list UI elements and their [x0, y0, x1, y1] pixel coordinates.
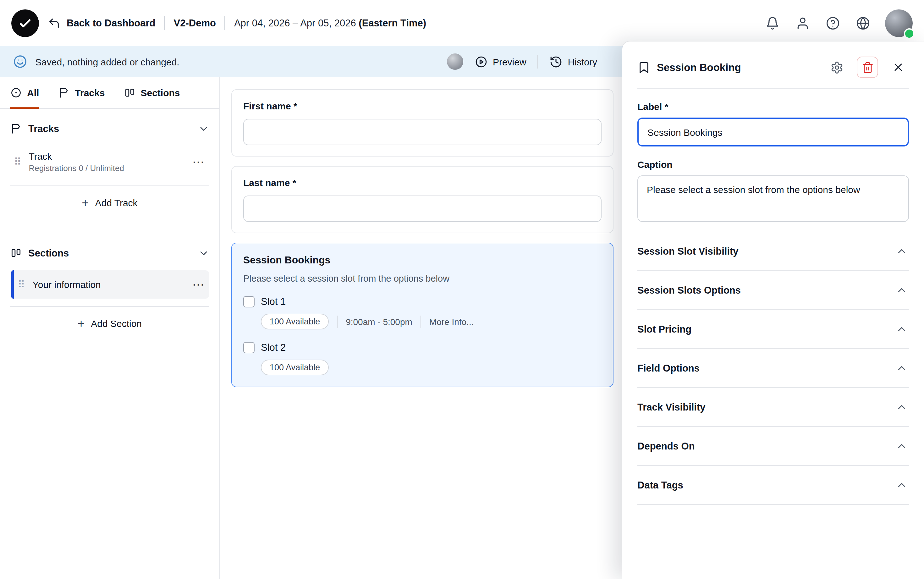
more-info-link[interactable]: More Info...	[429, 317, 474, 327]
history-button[interactable]: History	[550, 55, 597, 68]
panel-section-field-options[interactable]: Field Options	[637, 349, 909, 388]
smile-icon	[13, 54, 28, 69]
columns-icon	[10, 247, 22, 259]
help-circle-icon	[826, 16, 840, 30]
form-field-card-first-name[interactable]: First name *	[231, 89, 614, 157]
session-card-title: Session Bookings	[243, 255, 602, 266]
chevron-up-icon	[896, 440, 908, 452]
delete-field-button[interactable]	[857, 57, 878, 78]
field-settings-button[interactable]	[826, 57, 847, 78]
account-button[interactable]	[792, 12, 813, 34]
track-title: Track	[29, 151, 189, 162]
add-section-button[interactable]: + Add Section	[0, 307, 219, 340]
field-label: First name *	[243, 101, 602, 111]
caption-input[interactable]: Please select a session slot from the op…	[637, 175, 909, 222]
label-field-label: Label *	[637, 101, 909, 112]
close-panel-button[interactable]	[888, 57, 909, 78]
preview-button[interactable]: Preview	[475, 55, 526, 68]
event-name: V2-Demo	[174, 17, 216, 29]
section-more-menu-button[interactable]: ⋯	[189, 277, 208, 292]
track-more-menu-button[interactable]: ⋯	[189, 155, 208, 169]
panel-section-session-slot-visibility[interactable]: Session Slot Visibility	[637, 232, 909, 271]
panel-sections-list: Session Slot Visibility Session Slots Op…	[637, 232, 909, 505]
divider	[421, 315, 421, 328]
field-label: Last name *	[243, 177, 602, 188]
session-slot-2: Slot 2 100 Available	[243, 342, 602, 375]
slot-2-checkbox[interactable]	[243, 342, 255, 353]
user-icon	[796, 16, 810, 30]
app-logo[interactable]	[11, 9, 39, 37]
plus-icon: +	[82, 197, 89, 209]
track-subtitle: Registrations 0 / Unlimited	[29, 164, 189, 173]
panel-section-data-tags[interactable]: Data Tags	[637, 466, 909, 505]
label-field-group: Label *	[637, 101, 909, 147]
caption-field-group: Caption Please select a session slot fro…	[637, 159, 909, 224]
flag-icon	[10, 123, 22, 134]
history-icon	[550, 55, 563, 68]
session-card-caption: Please select a session slot from the op…	[243, 273, 602, 283]
tab-all[interactable]: All	[10, 77, 39, 108]
back-to-dashboard-button[interactable]: Back to Dashboard	[48, 17, 155, 29]
topbar: Back to Dashboard V2-Demo Apr 04, 2026 –…	[0, 0, 924, 46]
panel-section-depends-on[interactable]: Depends On	[637, 427, 909, 466]
flag-icon	[58, 87, 70, 99]
user-avatar[interactable]	[885, 9, 913, 37]
panel-section-session-slots-options[interactable]: Session Slots Options	[637, 271, 909, 310]
app-root: Back to Dashboard V2-Demo Apr 04, 2026 –…	[0, 0, 924, 579]
date-range-text: Apr 04, 2026 – Apr 05, 2026	[234, 17, 356, 28]
slot-time: 9:00am - 5:00pm	[346, 317, 412, 327]
save-status-text: Saved, nothing added or changed.	[35, 56, 180, 67]
notifications-button[interactable]	[762, 12, 783, 34]
gear-icon	[830, 61, 843, 74]
slot-label: Slot 2	[261, 342, 286, 353]
back-arrow-icon	[48, 17, 60, 29]
availability-badge: 100 Available	[261, 360, 329, 375]
panel-title: Session Booking	[657, 61, 820, 73]
track-list-item[interactable]: ⠿ Track Registrations 0 / Unlimited ⋯	[11, 146, 209, 178]
divider	[225, 16, 225, 30]
language-button[interactable]	[852, 12, 874, 34]
timezone-text: (Eastern Time)	[359, 17, 426, 28]
panel-section-track-visibility[interactable]: Track Visibility	[637, 388, 909, 427]
columns-icon	[124, 87, 135, 99]
first-name-input[interactable]	[243, 119, 602, 145]
availability-badge: 100 Available	[261, 314, 329, 329]
play-circle-icon	[475, 55, 488, 68]
drag-handle-icon[interactable]: ⠿	[14, 157, 21, 167]
form-field-card-last-name[interactable]: Last name *	[231, 166, 614, 233]
drag-handle-icon[interactable]: ⠿	[18, 280, 25, 290]
back-label: Back to Dashboard	[67, 17, 155, 29]
last-name-input[interactable]	[243, 196, 602, 222]
builder-sidebar: All Tracks Sections Tracks	[0, 77, 220, 579]
sections-group-header[interactable]: Sections	[0, 233, 219, 267]
event-dates: Apr 04, 2026 – Apr 05, 2026 (Eastern Tim…	[234, 17, 426, 29]
add-track-button[interactable]: + Add Track	[0, 186, 219, 219]
check-icon	[18, 15, 33, 31]
chevron-up-icon	[896, 401, 908, 413]
chevron-up-icon	[896, 362, 908, 374]
tab-sections[interactable]: Sections	[124, 77, 180, 108]
chevron-up-icon	[896, 245, 908, 257]
target-icon	[10, 87, 22, 99]
session-slot-1: Slot 1 100 Available 9:00am - 5:00pm Mor…	[243, 296, 602, 329]
tracks-group-header[interactable]: Tracks	[0, 109, 219, 142]
chevron-down-icon	[198, 247, 209, 259]
bookmark-icon	[637, 61, 651, 74]
caption-field-label: Caption	[637, 159, 909, 170]
label-input[interactable]	[637, 118, 909, 147]
tab-tracks[interactable]: Tracks	[58, 77, 104, 108]
globe-icon	[856, 16, 870, 30]
chevron-up-icon	[896, 479, 908, 491]
bell-icon	[766, 16, 779, 30]
section-list-item-your-information[interactable]: ⠿ Your information ⋯	[11, 270, 209, 299]
session-bookings-card[interactable]: Session Bookings Please select a session…	[231, 243, 614, 387]
slot-label: Slot 1	[261, 296, 286, 307]
slot-1-checkbox[interactable]	[243, 296, 255, 307]
avatar-status-badge	[904, 28, 914, 39]
help-button[interactable]	[822, 12, 844, 34]
chevron-down-icon	[198, 123, 209, 134]
collaborator-avatar[interactable]	[447, 54, 463, 70]
sidebar-tabs: All Tracks Sections	[0, 77, 219, 109]
panel-section-slot-pricing[interactable]: Slot Pricing	[637, 310, 909, 349]
chevron-up-icon	[896, 284, 908, 296]
